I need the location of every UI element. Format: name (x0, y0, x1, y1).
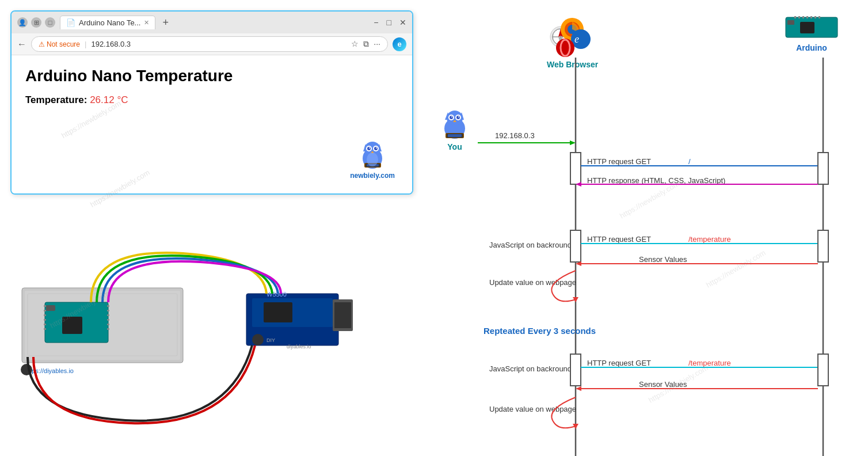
svg-text:Update value on webpage: Update value on webpage (489, 278, 576, 287)
temp-label: Temperature: (25, 94, 87, 105)
newtab-icon[interactable]: □ (45, 17, 55, 28)
svg-text:HTTP request GET: HTTP request GET (587, 235, 651, 244)
svg-text:Sensor Values: Sensor Values (639, 255, 687, 264)
hardware-section: W5500 DIY diyables.io https://diyables.i… (10, 219, 402, 443)
browser-content: Arduino Nano Temperature Temperature: 26… (12, 55, 412, 193)
svg-rect-27 (107, 310, 109, 311)
svg-rect-110 (570, 354, 581, 386)
svg-text:Repteated Every 3 seconds: Repteated Every 3 seconds (484, 326, 596, 336)
address-action-icons: ☆ ⧉ ··· (351, 39, 380, 49)
address-text: 192.168.0.3 (91, 40, 347, 48)
svg-point-14 (367, 153, 378, 166)
svg-text:W5500: W5500 (267, 291, 287, 298)
svg-text:HTTP request GET: HTTP request GET (587, 157, 651, 166)
svg-text:HTTP request GET: HTTP request GET (587, 359, 651, 367)
sequence-diagram-svg: 192.168.0.3 HTTP request GET / HTTP resp… (420, 0, 868, 456)
browser-titlebar: 👤 ⊞ □ 📄 Arduino Nano Te... ✕ + − □ ✕ (12, 12, 412, 33)
sequence-diagram: e Web Browser (420, 0, 868, 456)
svg-text:/: / (688, 157, 691, 166)
svg-text:HTTP response (HTML, CSS, Java: HTTP response (HTML, CSS, JavaScript) (587, 176, 725, 185)
browser-tab[interactable]: 📄 Arduino Nano Te... ✕ (60, 16, 155, 29)
split-screen-icon[interactable]: ⧉ (363, 39, 369, 49)
svg-rect-19 (62, 317, 82, 334)
address-divider: | (85, 40, 86, 48)
svg-text:JavaScript on backround: JavaScript on backround (489, 364, 572, 373)
not-secure-indicator: ⚠ Not secure (39, 40, 80, 48)
svg-point-6 (367, 147, 371, 150)
svg-rect-25 (44, 328, 46, 330)
svg-rect-92 (818, 153, 828, 184)
browser-window: 👤 ⊞ □ 📄 Arduino Nano Te... ✕ + − □ ✕ ← ⚠… (10, 10, 413, 195)
svg-rect-35 (264, 302, 292, 322)
tab-close-button[interactable]: ✕ (144, 19, 149, 26)
svg-rect-20 (44, 305, 46, 307)
newbiely-logo: newbiely.com (350, 139, 395, 180)
svg-rect-28 (107, 314, 109, 316)
svg-text:192.168.0.3: 192.168.0.3 (495, 131, 535, 140)
svg-rect-87 (570, 153, 581, 184)
temp-value: 26.12 °C (90, 94, 128, 105)
svg-rect-115 (818, 354, 828, 386)
close-button[interactable]: ✕ (399, 18, 406, 27)
minimize-button[interactable]: − (374, 18, 378, 27)
svg-rect-24 (44, 324, 46, 325)
svg-text:https://newbiely.com: https://newbiely.com (618, 179, 681, 220)
svg-rect-26 (107, 305, 109, 307)
edge-logo: e (393, 37, 406, 51)
svg-rect-32 (46, 305, 55, 311)
svg-marker-86 (570, 140, 576, 145)
tab-add-button[interactable]: + (162, 17, 169, 29)
svg-rect-23 (44, 319, 46, 321)
svg-point-9 (376, 147, 377, 149)
svg-rect-97 (570, 230, 581, 262)
svg-rect-30 (107, 324, 109, 325)
svg-rect-38 (334, 302, 351, 328)
svg-text:DIY: DIY (267, 337, 275, 343)
svg-point-8 (369, 147, 370, 149)
address-box[interactable]: ⚠ Not secure | 192.168.0.3 ☆ ⧉ ··· (31, 36, 388, 52)
more-icon[interactable]: ··· (374, 39, 380, 49)
window-controls: − □ ✕ (374, 18, 406, 27)
svg-marker-118 (576, 386, 581, 391)
svg-text:Update value on webpage: Update value on webpage (489, 405, 576, 413)
page-title: Arduino Nano Temperature (25, 67, 398, 85)
svg-rect-22 (44, 314, 46, 316)
maximize-button[interactable]: □ (387, 18, 391, 27)
owl-icon (357, 139, 389, 170)
hardware-diagram: W5500 DIY diyables.io https://diyables.i… (10, 219, 390, 432)
tab-favicon: 📄 (66, 18, 75, 27)
favorites-icon[interactable]: ☆ (351, 39, 359, 49)
svg-text:/temperature: /temperature (688, 359, 731, 367)
tab-title: Arduino Nano Te... (79, 18, 140, 27)
collections-icon[interactable]: ⊞ (31, 17, 41, 28)
svg-rect-29 (107, 319, 109, 321)
svg-text:diyables.io: diyables.io (287, 344, 311, 349)
not-secure-label: Not secure (47, 40, 80, 48)
svg-rect-21 (44, 310, 46, 311)
svg-rect-102 (818, 230, 828, 262)
back-button[interactable]: ← (17, 39, 26, 50)
browser-addressbar: ← ⚠ Not secure | 192.168.0.3 ☆ ⧉ ··· e (12, 33, 412, 55)
warning-icon: ⚠ (39, 40, 45, 48)
newbiely-label: newbiely.com (350, 172, 395, 180)
profile-icon[interactable]: 👤 (17, 17, 28, 28)
browser-icons: 👤 ⊞ □ (17, 17, 55, 28)
svg-text:JavaScript on backround: JavaScript on backround (489, 241, 572, 249)
svg-text:https://newbiely.com: https://newbiely.com (705, 248, 767, 289)
svg-point-39 (252, 334, 264, 345)
temperature-line: Temperature: 26.12 °C (25, 94, 398, 106)
svg-point-7 (374, 147, 378, 150)
svg-text:/temperature: /temperature (688, 235, 731, 244)
svg-rect-31 (107, 328, 109, 330)
